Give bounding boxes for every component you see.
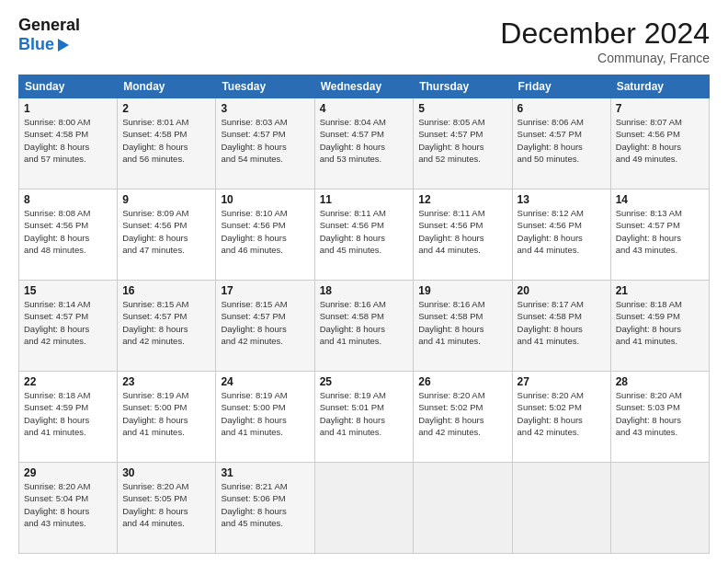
day-cell: 25Sunrise: 8:19 AMSunset: 5:01 PMDayligh… (314, 372, 414, 463)
day-cell: 16Sunrise: 8:15 AMSunset: 4:57 PMDayligh… (118, 281, 216, 372)
day-number: 5 (418, 102, 506, 115)
day-info: Sunrise: 8:08 AMSunset: 4:56 PMDaylight:… (24, 207, 112, 256)
day-cell: 18Sunrise: 8:16 AMSunset: 4:58 PMDayligh… (314, 281, 414, 372)
weekday-monday: Monday (118, 75, 216, 98)
day-cell: 1Sunrise: 8:00 AMSunset: 4:58 PMDaylight… (19, 98, 118, 190)
day-info: Sunrise: 8:20 AMSunset: 5:03 PMDaylight:… (616, 389, 704, 438)
day-number: 12 (418, 193, 506, 206)
week-row-3: 15Sunrise: 8:14 AMSunset: 4:57 PMDayligh… (19, 281, 710, 372)
day-info: Sunrise: 8:12 AMSunset: 4:56 PMDaylight:… (518, 207, 606, 256)
day-number: 23 (122, 375, 210, 388)
day-cell (610, 463, 709, 554)
logo: General Blue (18, 17, 80, 54)
weekday-header-row: SundayMondayTuesdayWednesdayThursdayFrid… (19, 75, 710, 98)
day-cell: 15Sunrise: 8:14 AMSunset: 4:57 PMDayligh… (19, 281, 118, 372)
day-number: 14 (616, 193, 704, 206)
day-number: 28 (616, 375, 704, 388)
day-number: 1 (24, 102, 112, 115)
day-info: Sunrise: 8:18 AMSunset: 4:59 PMDaylight:… (24, 389, 112, 438)
day-info: Sunrise: 8:05 AMSunset: 4:57 PMDaylight:… (418, 116, 506, 165)
day-cell: 23Sunrise: 8:19 AMSunset: 5:00 PMDayligh… (118, 372, 216, 463)
day-cell: 28Sunrise: 8:20 AMSunset: 5:03 PMDayligh… (610, 372, 709, 463)
page: General Blue December 2024 Communay, Fra… (0, 0, 728, 563)
weekday-thursday: Thursday (414, 75, 512, 98)
day-cell: 3Sunrise: 8:03 AMSunset: 4:57 PMDaylight… (216, 98, 314, 190)
day-cell: 10Sunrise: 8:10 AMSunset: 4:56 PMDayligh… (216, 190, 314, 281)
day-number: 21 (616, 284, 704, 297)
day-number: 3 (221, 102, 309, 115)
day-info: Sunrise: 8:11 AMSunset: 4:56 PMDaylight:… (418, 207, 506, 256)
day-number: 7 (616, 102, 704, 115)
day-cell: 14Sunrise: 8:13 AMSunset: 4:57 PMDayligh… (610, 190, 709, 281)
logo-general: General (18, 16, 80, 34)
day-info: Sunrise: 8:15 AMSunset: 4:57 PMDaylight:… (221, 298, 309, 347)
day-info: Sunrise: 8:18 AMSunset: 4:59 PMDaylight:… (616, 298, 704, 347)
day-number: 11 (320, 193, 409, 206)
day-info: Sunrise: 8:21 AMSunset: 5:06 PMDaylight:… (221, 480, 309, 529)
day-number: 22 (24, 375, 112, 388)
day-number: 8 (24, 193, 112, 206)
day-number: 10 (221, 193, 309, 206)
day-info: Sunrise: 8:16 AMSunset: 4:58 PMDaylight:… (320, 298, 409, 347)
day-cell: 29Sunrise: 8:20 AMSunset: 5:04 PMDayligh… (19, 463, 118, 554)
day-info: Sunrise: 8:20 AMSunset: 5:02 PMDaylight:… (418, 389, 506, 438)
month-title: December 2024 (500, 17, 710, 51)
day-info: Sunrise: 8:03 AMSunset: 4:57 PMDaylight:… (221, 116, 309, 165)
day-number: 29 (24, 466, 112, 479)
day-number: 16 (122, 284, 210, 297)
week-row-1: 1Sunrise: 8:00 AMSunset: 4:58 PMDaylight… (19, 98, 710, 190)
weekday-friday: Friday (512, 75, 610, 98)
day-cell: 22Sunrise: 8:18 AMSunset: 4:59 PMDayligh… (19, 372, 118, 463)
day-cell: 31Sunrise: 8:21 AMSunset: 5:06 PMDayligh… (216, 463, 314, 554)
day-number: 30 (122, 466, 210, 479)
day-cell: 26Sunrise: 8:20 AMSunset: 5:02 PMDayligh… (414, 372, 512, 463)
day-number: 25 (320, 375, 409, 388)
day-number: 31 (221, 466, 309, 479)
day-number: 15 (24, 284, 112, 297)
day-cell: 6Sunrise: 8:06 AMSunset: 4:57 PMDaylight… (512, 98, 610, 190)
logo-blue: Blue (18, 35, 54, 54)
weekday-saturday: Saturday (610, 75, 709, 98)
day-cell: 20Sunrise: 8:17 AMSunset: 4:58 PMDayligh… (512, 281, 610, 372)
logo-arrow-icon (58, 39, 69, 52)
title-section: December 2024 Communay, France (500, 17, 710, 65)
day-info: Sunrise: 8:00 AMSunset: 4:58 PMDaylight:… (24, 116, 112, 165)
weekday-tuesday: Tuesday (216, 75, 314, 98)
weekday-sunday: Sunday (19, 75, 118, 98)
day-number: 2 (122, 102, 210, 115)
day-info: Sunrise: 8:09 AMSunset: 4:56 PMDaylight:… (122, 207, 210, 256)
day-cell: 7Sunrise: 8:07 AMSunset: 4:56 PMDaylight… (610, 98, 709, 190)
day-number: 13 (518, 193, 606, 206)
day-cell: 12Sunrise: 8:11 AMSunset: 4:56 PMDayligh… (414, 190, 512, 281)
day-info: Sunrise: 8:19 AMSunset: 5:00 PMDaylight:… (122, 389, 210, 438)
header: General Blue December 2024 Communay, Fra… (18, 17, 710, 65)
day-info: Sunrise: 8:19 AMSunset: 5:01 PMDaylight:… (320, 389, 409, 438)
day-info: Sunrise: 8:20 AMSunset: 5:04 PMDaylight:… (24, 480, 112, 529)
day-number: 20 (518, 284, 606, 297)
day-cell: 19Sunrise: 8:16 AMSunset: 4:58 PMDayligh… (414, 281, 512, 372)
day-cell: 11Sunrise: 8:11 AMSunset: 4:56 PMDayligh… (314, 190, 414, 281)
day-info: Sunrise: 8:19 AMSunset: 5:00 PMDaylight:… (221, 389, 309, 438)
day-info: Sunrise: 8:15 AMSunset: 4:57 PMDaylight:… (122, 298, 210, 347)
day-cell (512, 463, 610, 554)
day-cell: 9Sunrise: 8:09 AMSunset: 4:56 PMDaylight… (118, 190, 216, 281)
day-info: Sunrise: 8:04 AMSunset: 4:57 PMDaylight:… (320, 116, 409, 165)
day-number: 17 (221, 284, 309, 297)
day-info: Sunrise: 8:11 AMSunset: 4:56 PMDaylight:… (320, 207, 409, 256)
day-number: 27 (518, 375, 606, 388)
day-number: 9 (122, 193, 210, 206)
week-row-4: 22Sunrise: 8:18 AMSunset: 4:59 PMDayligh… (19, 372, 710, 463)
week-row-2: 8Sunrise: 8:08 AMSunset: 4:56 PMDaylight… (19, 190, 710, 281)
day-number: 26 (418, 375, 506, 388)
day-cell: 27Sunrise: 8:20 AMSunset: 5:02 PMDayligh… (512, 372, 610, 463)
day-info: Sunrise: 8:20 AMSunset: 5:02 PMDaylight:… (518, 389, 606, 438)
day-info: Sunrise: 8:01 AMSunset: 4:58 PMDaylight:… (122, 116, 210, 165)
day-info: Sunrise: 8:20 AMSunset: 5:05 PMDaylight:… (122, 480, 210, 529)
day-cell: 30Sunrise: 8:20 AMSunset: 5:05 PMDayligh… (118, 463, 216, 554)
day-cell: 21Sunrise: 8:18 AMSunset: 4:59 PMDayligh… (610, 281, 709, 372)
day-info: Sunrise: 8:17 AMSunset: 4:58 PMDaylight:… (518, 298, 606, 347)
day-number: 18 (320, 284, 409, 297)
day-cell: 8Sunrise: 8:08 AMSunset: 4:56 PMDaylight… (19, 190, 118, 281)
day-cell: 4Sunrise: 8:04 AMSunset: 4:57 PMDaylight… (314, 98, 414, 190)
day-cell: 5Sunrise: 8:05 AMSunset: 4:57 PMDaylight… (414, 98, 512, 190)
